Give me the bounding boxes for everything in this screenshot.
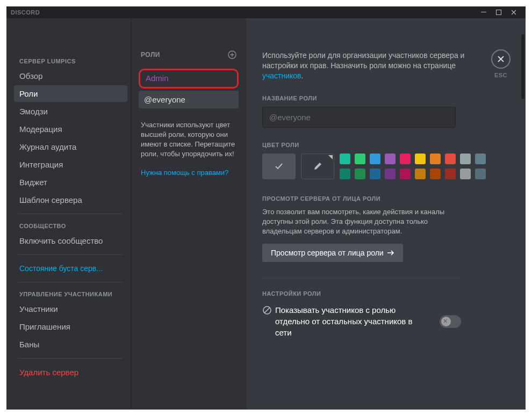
role-item-admin[interactable]: Admin <box>145 72 233 84</box>
roles-help-link[interactable]: Нужна помощь с правами? <box>139 169 239 177</box>
svg-rect-0 <box>481 12 486 12</box>
sidebar-item-moderation[interactable]: Модерация <box>14 121 127 137</box>
esc-label: ESC <box>494 72 507 78</box>
color-swatch[interactable] <box>400 154 411 164</box>
roles-reorder-hint: Участники используют цвет высшей роли, к… <box>139 120 239 159</box>
maximize-button[interactable] <box>491 6 506 18</box>
color-swatch[interactable] <box>460 169 471 179</box>
sidebar-item-roles[interactable]: Роли <box>14 85 127 102</box>
close-icon <box>491 49 511 69</box>
color-swatch[interactable] <box>475 154 486 164</box>
brand-label: DISCORD <box>11 9 40 16</box>
sidebar-category-server: СЕРВЕР LUMPICS <box>14 55 127 68</box>
sidebar-item-bans[interactable]: Баны <box>14 336 127 353</box>
color-swatch[interactable] <box>355 169 365 179</box>
color-swatch[interactable] <box>460 154 471 164</box>
color-swatch[interactable] <box>370 169 380 179</box>
color-swatch[interactable] <box>415 154 426 164</box>
add-role-button[interactable] <box>228 50 236 59</box>
color-swatch[interactable] <box>385 154 396 164</box>
color-swatch[interactable] <box>340 169 350 179</box>
sidebar-item-members[interactable]: Участники <box>14 301 127 317</box>
role-item-everyone[interactable]: @everyone <box>139 91 239 108</box>
color-swatch[interactable] <box>445 169 456 179</box>
color-custom-picker[interactable] <box>301 154 334 179</box>
view-as-role-desc: Это позволит вам посмотреть, какие дейст… <box>262 207 456 236</box>
color-swatch[interactable] <box>385 169 396 179</box>
roles-header-label: РОЛИ <box>141 51 160 59</box>
role-name-input[interactable] <box>262 107 456 128</box>
sidebar-item-overview[interactable]: Обзор <box>14 68 127 84</box>
minimize-button[interactable] <box>476 6 491 18</box>
arrow-right-icon <box>387 250 394 256</box>
settings-sidebar: СЕРВЕР LUMPICS Обзор Роли Эмодзи Модерац… <box>6 18 131 410</box>
color-swatch[interactable] <box>445 154 456 164</box>
sidebar-category-members: УПРАВЛЕНИЕ УЧАСТНИКАМИ <box>14 288 127 301</box>
color-swatch[interactable] <box>370 154 380 164</box>
role-color-label: ЦВЕТ РОЛИ <box>262 142 509 148</box>
roles-list-column: РОЛИ Admin @everyone Участники использую… <box>131 18 246 410</box>
sidebar-category-community: СООБЩЕСТВО <box>14 220 127 232</box>
color-swatch[interactable] <box>340 154 350 164</box>
annotation-highlight: Admin <box>139 69 239 89</box>
color-default-swatch[interactable] <box>262 154 296 179</box>
scrollbar[interactable] <box>521 34 524 410</box>
sidebar-item-audit-log[interactable]: Журнал аудита <box>14 138 127 155</box>
setting-display-separate-label: Показывать участников с ролью отдельно о… <box>262 304 423 338</box>
window-titlebar: DISCORD <box>6 6 526 18</box>
view-as-role-button[interactable]: Просмотр сервера от лица роли <box>262 244 403 262</box>
sidebar-item-invites[interactable]: Приглашения <box>14 318 127 335</box>
color-swatch[interactable] <box>430 154 441 164</box>
sidebar-item-enable-community[interactable]: Включить сообщество <box>14 232 127 249</box>
color-swatch-grid <box>340 154 486 179</box>
color-swatch[interactable] <box>475 169 486 179</box>
setting-display-separate-toggle[interactable]: ✕ <box>440 315 461 328</box>
role-settings-content: Используйте роли для организации участни… <box>246 18 526 410</box>
view-as-role-title: ПРОСМОТР СЕРВЕРА ОТ ЛИЦА РОЛИ <box>262 195 509 202</box>
check-icon <box>274 161 284 172</box>
color-swatch[interactable] <box>400 169 411 179</box>
svg-rect-1 <box>497 10 501 15</box>
sidebar-item-emoji[interactable]: Эмодзи <box>14 103 127 120</box>
content-desc: Используйте роли для организации участни… <box>262 50 499 81</box>
sidebar-item-delete-server[interactable]: Удалить сервер <box>14 364 127 381</box>
members-link[interactable]: участников <box>262 71 301 80</box>
role-name-label: НАЗВАНИЕ РОЛИ <box>262 95 509 101</box>
sidebar-item-integration[interactable]: Интеграция <box>14 156 127 173</box>
sidebar-item-boost-status[interactable]: Состояние буста серв... <box>14 260 127 276</box>
role-settings-label: НАСТРОЙКИ РОЛИ <box>262 290 509 297</box>
eyedropper-icon <box>313 162 322 171</box>
color-swatch[interactable] <box>415 169 426 179</box>
close-button[interactable] <box>506 6 521 18</box>
sidebar-item-widget[interactable]: Виджет <box>14 174 127 191</box>
color-swatch[interactable] <box>355 154 365 164</box>
color-swatch[interactable] <box>430 169 441 179</box>
close-settings-button[interactable]: ESC <box>491 49 511 78</box>
prohibited-icon <box>262 305 272 315</box>
sidebar-item-template[interactable]: Шаблон сервера <box>14 192 127 208</box>
